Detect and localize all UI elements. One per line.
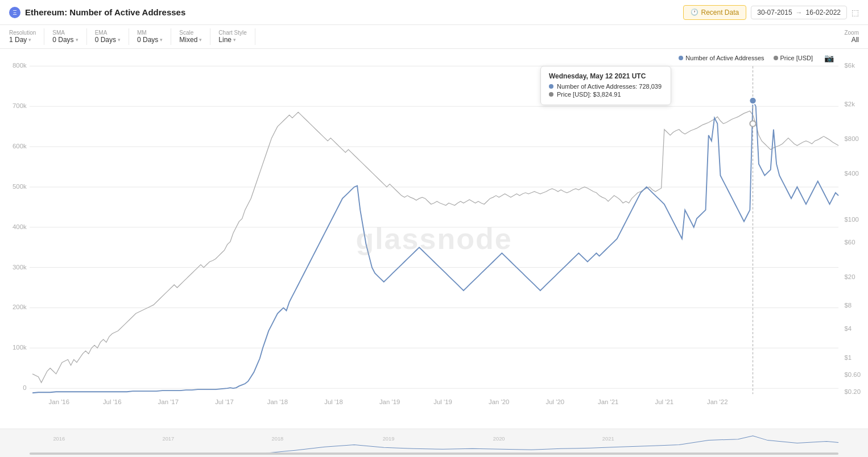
svg-text:2021: 2021 bbox=[602, 436, 614, 442]
mm-control[interactable]: MM 0 Days ▾ bbox=[129, 28, 171, 45]
sma-label: SMA bbox=[52, 30, 78, 36]
chart-legend: Number of Active Addresses Price [USD] 📷 bbox=[679, 53, 834, 63]
tooltip-active-label: Number of Active Addresses: 728,039 bbox=[557, 83, 662, 90]
header: Ethereum: Number of Active Addresses 🕐 R… bbox=[0, 0, 868, 25]
sma-chevron: ▾ bbox=[76, 37, 78, 43]
svg-text:Jan '16: Jan '16 bbox=[49, 399, 69, 406]
svg-text:2020: 2020 bbox=[493, 436, 505, 442]
chart-style-chevron: ▾ bbox=[233, 37, 236, 43]
sma-control[interactable]: SMA 0 Days ▾ bbox=[44, 28, 86, 45]
svg-text:$6k: $6k bbox=[844, 63, 855, 69]
legend-price-label: Price [USD] bbox=[780, 55, 813, 61]
tooltip-blue-dot bbox=[549, 84, 553, 89]
chart-container[interactable]: Number of Active Addresses Price [USD] 📷… bbox=[0, 49, 868, 429]
expand-icon[interactable]: ⬚ bbox=[852, 8, 859, 17]
mm-value: 0 Days ▾ bbox=[137, 36, 163, 44]
svg-text:500k: 500k bbox=[13, 183, 27, 190]
mini-chart[interactable]: 2016 2017 2018 2019 2020 2021 bbox=[0, 429, 868, 457]
svg-text:0: 0 bbox=[23, 384, 26, 391]
svg-text:Jul '19: Jul '19 bbox=[433, 399, 452, 406]
svg-text:800k: 800k bbox=[13, 63, 27, 69]
ema-control[interactable]: EMA 0 Days ▾ bbox=[87, 28, 129, 45]
svg-text:$100: $100 bbox=[844, 216, 858, 223]
date-end: 16-02-2022 bbox=[806, 9, 841, 16]
resolution-control[interactable]: Resolution 1 Day ▾ bbox=[9, 28, 44, 45]
svg-text:2018: 2018 bbox=[272, 436, 284, 442]
tooltip-gray-dot bbox=[549, 92, 553, 97]
zoom-label: Zoom bbox=[844, 30, 859, 36]
svg-text:100k: 100k bbox=[13, 344, 27, 351]
chart-style-control[interactable]: Chart Style Line ▾ bbox=[210, 28, 255, 45]
legend-dot-gray bbox=[774, 56, 778, 60]
scale-control[interactable]: Scale Mixed ▾ bbox=[171, 28, 210, 45]
tooltip-price-label: Price [USD]: $3,824.91 bbox=[557, 91, 621, 98]
svg-text:Jan '17: Jan '17 bbox=[158, 399, 179, 406]
svg-text:$2k: $2k bbox=[844, 101, 855, 107]
camera-icon[interactable]: 📷 bbox=[824, 53, 834, 63]
legend-active-label: Number of Active Addresses bbox=[685, 55, 764, 61]
svg-text:Jul '17: Jul '17 bbox=[215, 399, 234, 406]
scale-chevron: ▾ bbox=[199, 37, 202, 43]
zoom-value: All bbox=[852, 36, 859, 44]
chart-svg: 800k 700k 600k 500k 400k 300k 200k 100k … bbox=[0, 49, 868, 429]
mini-chart-svg: 2016 2017 2018 2019 2020 2021 bbox=[0, 429, 868, 457]
chart-style-label: Chart Style bbox=[218, 30, 246, 36]
svg-text:$0.60: $0.60 bbox=[844, 371, 861, 378]
svg-text:Jan '20: Jan '20 bbox=[489, 399, 509, 406]
svg-text:Jul '20: Jul '20 bbox=[545, 399, 564, 406]
svg-text:Jan '19: Jan '19 bbox=[379, 399, 400, 406]
svg-text:600k: 600k bbox=[13, 143, 27, 149]
chart-tooltip: Wednesday, May 12 2021 UTC Number of Act… bbox=[540, 66, 671, 105]
svg-text:Jul '21: Jul '21 bbox=[655, 399, 674, 406]
tooltip-active-row: Number of Active Addresses: 728,039 bbox=[549, 83, 663, 90]
svg-point-45 bbox=[749, 97, 756, 104]
svg-text:Jul '18: Jul '18 bbox=[324, 399, 343, 406]
legend-active-addresses: Number of Active Addresses bbox=[679, 55, 764, 61]
header-right: 🕐 Recent Data 30-07-2015 → 16-02-2022 ⬚ bbox=[683, 5, 859, 20]
svg-text:Jan '22: Jan '22 bbox=[707, 399, 728, 406]
ema-value: 0 Days ▾ bbox=[95, 36, 121, 44]
tooltip-price-row: Price [USD]: $3,824.91 bbox=[549, 91, 663, 98]
legend-dot-blue bbox=[679, 56, 683, 60]
svg-text:Jul '16: Jul '16 bbox=[103, 399, 122, 406]
resolution-label: Resolution bbox=[9, 30, 36, 36]
svg-text:400k: 400k bbox=[13, 223, 27, 230]
sma-value: 0 Days ▾ bbox=[52, 36, 78, 44]
date-start: 30-07-2015 bbox=[757, 9, 792, 16]
toolbar: Resolution 1 Day ▾ SMA 0 Days ▾ EMA 0 Da… bbox=[0, 25, 868, 49]
header-left: Ethereum: Number of Active Addresses bbox=[9, 7, 185, 18]
svg-text:$60: $60 bbox=[844, 239, 855, 246]
chart-style-value: Line ▾ bbox=[218, 36, 246, 44]
svg-rect-48 bbox=[30, 452, 838, 455]
svg-text:200k: 200k bbox=[13, 304, 27, 311]
scale-label: Scale bbox=[179, 30, 202, 36]
svg-text:$4: $4 bbox=[844, 325, 852, 332]
svg-text:300k: 300k bbox=[13, 264, 27, 271]
clock-icon: 🕐 bbox=[691, 9, 698, 16]
svg-text:Jan '21: Jan '21 bbox=[598, 399, 618, 406]
svg-text:$1: $1 bbox=[844, 354, 852, 361]
scale-value: Mixed ▾ bbox=[179, 36, 202, 44]
tooltip-date: Wednesday, May 12 2021 UTC bbox=[549, 72, 663, 80]
svg-text:$8: $8 bbox=[844, 302, 852, 309]
svg-text:2017: 2017 bbox=[162, 436, 174, 442]
svg-text:$800: $800 bbox=[844, 135, 858, 142]
svg-text:2019: 2019 bbox=[383, 436, 395, 442]
svg-text:$400: $400 bbox=[844, 170, 858, 177]
resolution-chevron: ▾ bbox=[28, 37, 31, 43]
legend-price: Price [USD] bbox=[774, 55, 813, 61]
ema-chevron: ▾ bbox=[118, 37, 121, 43]
ema-label: EMA bbox=[95, 30, 121, 36]
page-title: Ethereum: Number of Active Addresses bbox=[25, 7, 185, 17]
svg-text:2016: 2016 bbox=[53, 436, 65, 442]
mm-label: MM bbox=[137, 30, 163, 36]
date-arrow: → bbox=[796, 9, 803, 16]
recent-data-button[interactable]: 🕐 Recent Data bbox=[683, 5, 747, 20]
zoom-control[interactable]: Zoom All bbox=[836, 28, 859, 45]
resolution-value: 1 Day ▾ bbox=[9, 36, 36, 44]
svg-text:700k: 700k bbox=[13, 102, 27, 109]
svg-point-44 bbox=[750, 121, 755, 127]
date-range[interactable]: 30-07-2015 → 16-02-2022 bbox=[751, 6, 847, 19]
svg-text:$20: $20 bbox=[844, 273, 855, 280]
ethereum-icon bbox=[9, 7, 20, 18]
